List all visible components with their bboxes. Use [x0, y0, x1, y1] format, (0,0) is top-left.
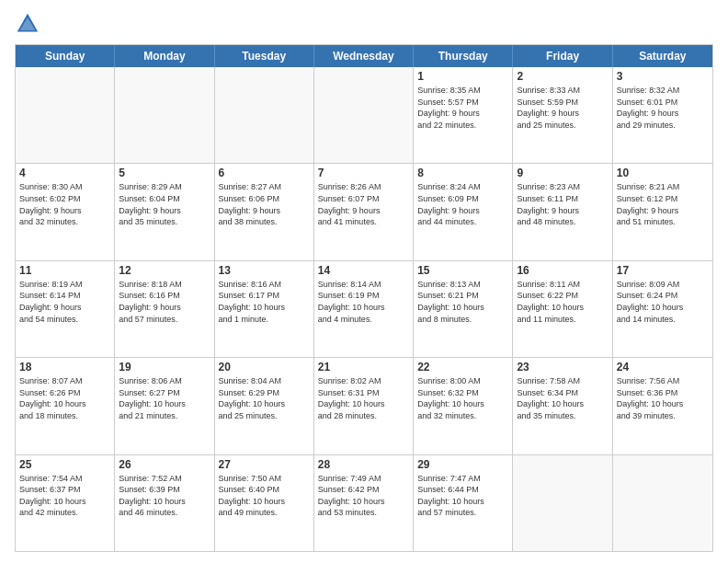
- day-number-7: 7: [318, 167, 409, 179]
- calendar-cell-10: 10Sunrise: 8:21 AMSunset: 6:12 PMDayligh…: [613, 164, 712, 259]
- calendar-cell-29: 29Sunrise: 7:47 AMSunset: 6:44 PMDayligh…: [414, 455, 513, 551]
- calendar-cell-28: 28Sunrise: 7:49 AMSunset: 6:42 PMDayligh…: [314, 455, 414, 551]
- day-number-24: 24: [617, 361, 709, 373]
- weekday-header-monday: Monday: [115, 45, 214, 67]
- calendar-cell-empty: [115, 67, 214, 163]
- cell-info-15: Sunrise: 8:13 AMSunset: 6:21 PMDaylight:…: [417, 279, 508, 325]
- calendar-cell-21: 21Sunrise: 8:02 AMSunset: 6:31 PMDayligh…: [314, 358, 414, 454]
- day-number-16: 16: [517, 264, 608, 277]
- calendar-cell-9: 9Sunrise: 8:23 AMSunset: 6:11 PMDaylight…: [513, 164, 612, 259]
- day-number-11: 11: [19, 264, 110, 277]
- cell-info-16: Sunrise: 8:11 AMSunset: 6:22 PMDaylight:…: [517, 279, 608, 325]
- weekday-header-thursday: Thursday: [414, 45, 513, 67]
- day-number-8: 8: [417, 167, 508, 179]
- calendar: SundayMondayTuesdayWednesdayThursdayFrid…: [15, 44, 713, 552]
- day-number-18: 18: [19, 361, 110, 373]
- cell-info-8: Sunrise: 8:24 AMSunset: 6:09 PMDaylight:…: [417, 181, 508, 227]
- calendar-body: 1Sunrise: 8:35 AMSunset: 5:57 PMDaylight…: [16, 67, 712, 551]
- cell-info-29: Sunrise: 7:47 AMSunset: 6:44 PMDaylight:…: [417, 473, 508, 519]
- calendar-cell-20: 20Sunrise: 8:04 AMSunset: 6:29 PMDayligh…: [215, 358, 314, 454]
- calendar-cell-24: 24Sunrise: 7:56 AMSunset: 6:36 PMDayligh…: [613, 358, 712, 454]
- weekday-header-wednesday: Wednesday: [314, 45, 414, 67]
- cell-info-9: Sunrise: 8:23 AMSunset: 6:11 PMDaylight:…: [517, 181, 608, 227]
- calendar-row-2: 11Sunrise: 8:19 AMSunset: 6:14 PMDayligh…: [16, 260, 712, 357]
- cell-info-4: Sunrise: 8:30 AMSunset: 6:02 PMDaylight:…: [19, 181, 110, 227]
- calendar-row-3: 18Sunrise: 8:07 AMSunset: 6:26 PMDayligh…: [16, 357, 712, 454]
- cell-info-26: Sunrise: 7:52 AMSunset: 6:39 PMDaylight:…: [119, 473, 210, 519]
- cell-info-24: Sunrise: 7:56 AMSunset: 6:36 PMDaylight:…: [617, 375, 709, 421]
- cell-info-19: Sunrise: 8:06 AMSunset: 6:27 PMDaylight:…: [119, 375, 210, 421]
- calendar-cell-13: 13Sunrise: 8:16 AMSunset: 6:17 PMDayligh…: [215, 261, 314, 357]
- weekday-header-sunday: Sunday: [16, 45, 115, 67]
- day-number-22: 22: [417, 361, 508, 373]
- logo: [15, 11, 44, 37]
- page: SundayMondayTuesdayWednesdayThursdayFrid…: [0, 0, 728, 563]
- cell-info-17: Sunrise: 8:09 AMSunset: 6:24 PMDaylight:…: [617, 279, 709, 325]
- calendar-cell-19: 19Sunrise: 8:06 AMSunset: 6:27 PMDayligh…: [115, 358, 214, 454]
- cell-info-2: Sunrise: 8:33 AMSunset: 5:59 PMDaylight:…: [517, 85, 608, 131]
- cell-info-18: Sunrise: 8:07 AMSunset: 6:26 PMDaylight:…: [19, 375, 110, 421]
- day-number-29: 29: [417, 458, 508, 471]
- day-number-15: 15: [417, 264, 508, 277]
- calendar-cell-26: 26Sunrise: 7:52 AMSunset: 6:39 PMDayligh…: [115, 455, 214, 551]
- calendar-cell-12: 12Sunrise: 8:18 AMSunset: 6:16 PMDayligh…: [115, 261, 214, 357]
- cell-info-6: Sunrise: 8:27 AMSunset: 6:06 PMDaylight:…: [219, 181, 310, 227]
- day-number-23: 23: [517, 361, 608, 373]
- day-number-3: 3: [617, 70, 709, 83]
- calendar-cell-5: 5Sunrise: 8:29 AMSunset: 6:04 PMDaylight…: [115, 164, 214, 259]
- calendar-cell-3: 3Sunrise: 8:32 AMSunset: 6:01 PMDaylight…: [613, 67, 712, 163]
- calendar-row-4: 25Sunrise: 7:54 AMSunset: 6:37 PMDayligh…: [16, 454, 712, 551]
- calendar-row-0: 1Sunrise: 8:35 AMSunset: 5:57 PMDaylight…: [16, 67, 712, 163]
- cell-info-3: Sunrise: 8:32 AMSunset: 6:01 PMDaylight:…: [617, 85, 709, 131]
- calendar-cell-22: 22Sunrise: 8:00 AMSunset: 6:32 PMDayligh…: [414, 358, 513, 454]
- calendar-cell-16: 16Sunrise: 8:11 AMSunset: 6:22 PMDayligh…: [513, 261, 612, 357]
- calendar-cell-empty: [513, 455, 612, 551]
- day-number-9: 9: [517, 167, 608, 179]
- calendar-cell-18: 18Sunrise: 8:07 AMSunset: 6:26 PMDayligh…: [16, 358, 115, 454]
- cell-info-14: Sunrise: 8:14 AMSunset: 6:19 PMDaylight:…: [318, 279, 409, 325]
- cell-info-13: Sunrise: 8:16 AMSunset: 6:17 PMDaylight:…: [219, 279, 310, 325]
- calendar-cell-1: 1Sunrise: 8:35 AMSunset: 5:57 PMDaylight…: [414, 67, 513, 163]
- calendar-cell-7: 7Sunrise: 8:26 AMSunset: 6:07 PMDaylight…: [314, 164, 414, 259]
- calendar-cell-8: 8Sunrise: 8:24 AMSunset: 6:09 PMDaylight…: [414, 164, 513, 259]
- cell-info-28: Sunrise: 7:49 AMSunset: 6:42 PMDaylight:…: [318, 473, 409, 519]
- calendar-cell-6: 6Sunrise: 8:27 AMSunset: 6:06 PMDaylight…: [215, 164, 314, 259]
- day-number-26: 26: [119, 458, 210, 471]
- day-number-10: 10: [617, 167, 709, 179]
- calendar-cell-11: 11Sunrise: 8:19 AMSunset: 6:14 PMDayligh…: [16, 261, 115, 357]
- day-number-12: 12: [119, 264, 210, 277]
- header: [15, 11, 713, 37]
- weekday-header-friday: Friday: [513, 45, 612, 67]
- calendar-cell-empty: [215, 67, 314, 163]
- calendar-cell-23: 23Sunrise: 7:58 AMSunset: 6:34 PMDayligh…: [513, 358, 612, 454]
- cell-info-22: Sunrise: 8:00 AMSunset: 6:32 PMDaylight:…: [417, 375, 508, 421]
- calendar-cell-empty: [613, 455, 712, 551]
- cell-info-12: Sunrise: 8:18 AMSunset: 6:16 PMDaylight:…: [119, 279, 210, 325]
- cell-info-20: Sunrise: 8:04 AMSunset: 6:29 PMDaylight:…: [219, 375, 310, 421]
- day-number-27: 27: [219, 458, 310, 471]
- calendar-cell-14: 14Sunrise: 8:14 AMSunset: 6:19 PMDayligh…: [314, 261, 414, 357]
- calendar-header: SundayMondayTuesdayWednesdayThursdayFrid…: [16, 45, 712, 67]
- day-number-4: 4: [19, 167, 110, 179]
- calendar-cell-empty: [16, 67, 115, 163]
- cell-info-1: Sunrise: 8:35 AMSunset: 5:57 PMDaylight:…: [417, 85, 508, 131]
- calendar-row-1: 4Sunrise: 8:30 AMSunset: 6:02 PMDaylight…: [16, 163, 712, 259]
- calendar-cell-25: 25Sunrise: 7:54 AMSunset: 6:37 PMDayligh…: [16, 455, 115, 551]
- calendar-cell-4: 4Sunrise: 8:30 AMSunset: 6:02 PMDaylight…: [16, 164, 115, 259]
- cell-info-23: Sunrise: 7:58 AMSunset: 6:34 PMDaylight:…: [517, 375, 608, 421]
- cell-info-25: Sunrise: 7:54 AMSunset: 6:37 PMDaylight:…: [19, 473, 110, 519]
- cell-info-5: Sunrise: 8:29 AMSunset: 6:04 PMDaylight:…: [119, 181, 210, 227]
- day-number-19: 19: [119, 361, 210, 373]
- cell-info-10: Sunrise: 8:21 AMSunset: 6:12 PMDaylight:…: [617, 181, 709, 227]
- cell-info-11: Sunrise: 8:19 AMSunset: 6:14 PMDaylight:…: [19, 279, 110, 325]
- day-number-25: 25: [19, 458, 110, 471]
- logo-icon: [15, 11, 40, 37]
- day-number-6: 6: [219, 167, 310, 179]
- weekday-header-saturday: Saturday: [613, 45, 712, 67]
- calendar-cell-17: 17Sunrise: 8:09 AMSunset: 6:24 PMDayligh…: [613, 261, 712, 357]
- calendar-cell-2: 2Sunrise: 8:33 AMSunset: 5:59 PMDaylight…: [513, 67, 612, 163]
- cell-info-27: Sunrise: 7:50 AMSunset: 6:40 PMDaylight:…: [219, 473, 310, 519]
- day-number-21: 21: [318, 361, 409, 373]
- cell-info-21: Sunrise: 8:02 AMSunset: 6:31 PMDaylight:…: [318, 375, 409, 421]
- day-number-13: 13: [219, 264, 310, 277]
